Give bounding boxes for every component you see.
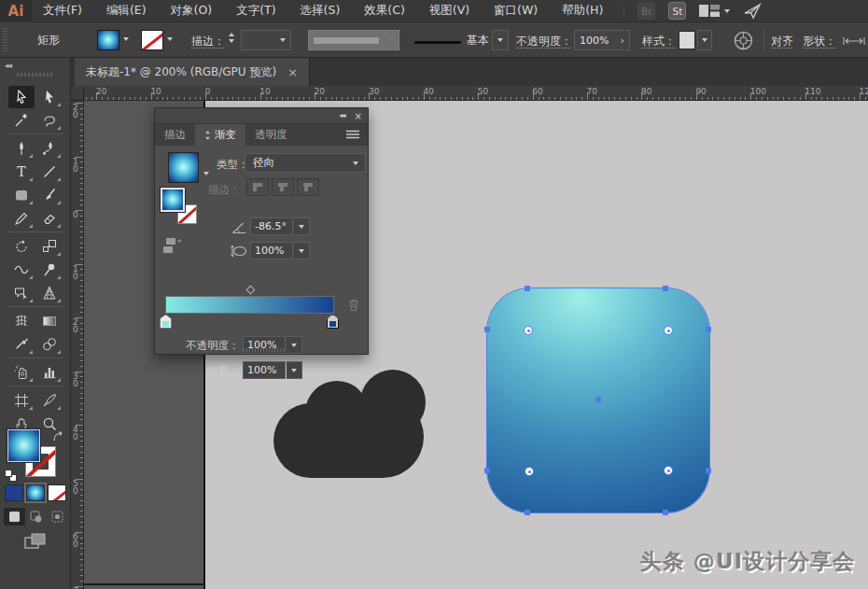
fill-color-swatch[interactable] bbox=[97, 30, 119, 50]
stroke-weight-stepper[interactable] bbox=[229, 33, 234, 43]
rectangle-tool[interactable] bbox=[8, 184, 35, 206]
symbol-sprayer-tool[interactable] bbox=[8, 361, 35, 384]
anchor-point[interactable] bbox=[484, 468, 490, 473]
rotate-tool[interactable] bbox=[8, 235, 35, 258]
scale-tool[interactable] bbox=[36, 235, 63, 258]
corner-radius-widget[interactable] bbox=[664, 326, 673, 335]
panel-titlebar[interactable]: ◂◂ × bbox=[155, 108, 368, 124]
stop-position-chevron[interactable] bbox=[287, 361, 302, 379]
width-tool[interactable] bbox=[8, 259, 35, 281]
bridge-badge[interactable]: Br bbox=[637, 2, 655, 20]
corner-radius-widget[interactable] bbox=[524, 326, 533, 335]
workspace-switcher[interactable] bbox=[699, 4, 730, 18]
share-icon[interactable] bbox=[743, 3, 762, 20]
paintbrush-tool[interactable] bbox=[36, 184, 63, 206]
anchor-point[interactable] bbox=[706, 468, 711, 473]
stock-badge[interactable]: St bbox=[668, 2, 686, 20]
stroke-color-swatch[interactable] bbox=[141, 30, 163, 50]
blend-tool[interactable] bbox=[36, 333, 63, 356]
cloud-shape[interactable] bbox=[266, 362, 434, 488]
ruler-corner[interactable] bbox=[71, 86, 84, 101]
line-segment-tool[interactable] bbox=[36, 161, 63, 183]
menu-item[interactable]: 编辑(E) bbox=[106, 3, 147, 19]
gradient-thumbnail[interactable] bbox=[168, 152, 199, 183]
toolbar-grip[interactable] bbox=[17, 73, 54, 77]
shape-builder-tool[interactable] bbox=[8, 282, 35, 304]
magic-wand-tool[interactable] bbox=[8, 109, 35, 132]
style-label[interactable]: 样式： bbox=[642, 34, 676, 49]
curvature-tool[interactable] bbox=[36, 137, 63, 160]
perspective-grid-tool[interactable] bbox=[36, 282, 63, 304]
style-select-button[interactable] bbox=[697, 30, 712, 50]
recolor-artwork-icon[interactable] bbox=[734, 31, 753, 50]
anchor-point[interactable] bbox=[525, 510, 530, 515]
menu-item[interactable]: 对象(O) bbox=[171, 3, 213, 19]
menu-item[interactable]: 视图(V) bbox=[429, 3, 469, 19]
corner-radius-widget[interactable] bbox=[664, 466, 673, 475]
menu-item[interactable]: 选择(S) bbox=[301, 3, 341, 19]
draw-normal-mode-button[interactable] bbox=[4, 508, 25, 526]
gradient-button[interactable] bbox=[26, 484, 45, 501]
collapse-panel-icon[interactable]: ◂◂ bbox=[340, 111, 345, 121]
slice-tool[interactable] bbox=[36, 389, 63, 412]
color-button[interactable] bbox=[5, 484, 23, 501]
gradient-angle-chevron[interactable] bbox=[294, 217, 310, 235]
puppet-warp-tool[interactable] bbox=[36, 259, 63, 281]
stroke-weight-field[interactable] bbox=[241, 30, 291, 50]
mesh-tool[interactable] bbox=[8, 310, 35, 332]
controlbar-grip[interactable] bbox=[3, 28, 7, 52]
fill-chevron-icon[interactable] bbox=[123, 37, 129, 41]
gradient-slider[interactable] bbox=[165, 296, 334, 314]
type-tool[interactable]: T bbox=[8, 161, 35, 183]
default-fill-stroke-icon[interactable] bbox=[5, 470, 17, 482]
stop-opacity-chevron[interactable] bbox=[287, 336, 302, 354]
stepper-down-icon[interactable] bbox=[229, 39, 234, 43]
eyedropper-tool[interactable] bbox=[8, 333, 35, 356]
lasso-tool[interactable] bbox=[36, 109, 63, 132]
tab-gradient[interactable]: 渐变 bbox=[195, 124, 245, 146]
stop-position-field[interactable]: 100% bbox=[243, 361, 286, 379]
draw-inside-mode-button[interactable] bbox=[47, 508, 68, 526]
draw-behind-mode-button[interactable] bbox=[25, 508, 47, 526]
direct-selection-tool[interactable] bbox=[36, 86, 63, 108]
style-swatch[interactable] bbox=[679, 31, 695, 49]
panel-menu-icon[interactable] bbox=[345, 129, 360, 140]
app-logo[interactable]: Ai bbox=[0, 0, 32, 22]
menu-item[interactable]: 效果(C) bbox=[364, 3, 404, 19]
anchor-point[interactable] bbox=[706, 327, 711, 332]
vertical-ruler[interactable]: 2 01 001 02 03 04 05 06 07 0 bbox=[71, 101, 84, 589]
menu-item[interactable]: 帮助(H) bbox=[562, 3, 603, 19]
pen-tool[interactable] bbox=[8, 137, 35, 160]
anchor-point[interactable] bbox=[484, 327, 490, 332]
anchor-point[interactable] bbox=[663, 510, 668, 515]
anchor-point[interactable] bbox=[663, 286, 668, 291]
tab-stroke[interactable]: 描边 bbox=[155, 124, 195, 146]
gradient-tool[interactable] bbox=[36, 310, 63, 332]
close-icon[interactable]: × bbox=[287, 65, 298, 79]
aspect-ratio-chevron[interactable] bbox=[294, 242, 310, 259]
menu-item[interactable]: 文字(T) bbox=[236, 3, 275, 19]
screen-mode-button[interactable] bbox=[24, 532, 47, 554]
collapse-panel-icon[interactable]: ◂◂ bbox=[5, 61, 11, 70]
panel-fill-swatch[interactable] bbox=[161, 188, 185, 212]
brush-name[interactable]: 基本 bbox=[467, 33, 489, 49]
fill-swatch[interactable] bbox=[7, 429, 40, 462]
menu-item[interactable]: 文件(F) bbox=[43, 3, 82, 19]
opacity-expand-icon[interactable]: › bbox=[621, 35, 624, 47]
shape-label[interactable]: 形状： bbox=[803, 34, 836, 49]
gradient-preset-chevron-icon[interactable] bbox=[203, 172, 209, 175]
shaper-tool[interactable] bbox=[8, 207, 35, 230]
gradient-midpoint-handle[interactable] bbox=[246, 286, 256, 295]
panel-resize-grip[interactable] bbox=[244, 348, 285, 352]
gradient-type-select[interactable]: 径向 bbox=[245, 153, 366, 173]
stroke-chevron-icon[interactable] bbox=[167, 37, 173, 41]
selection-tool[interactable] bbox=[8, 86, 35, 108]
horizontal-ruler[interactable]: 20100102030405060708090100110120 bbox=[84, 86, 868, 101]
opacity-label[interactable]: 不透明度： bbox=[516, 34, 572, 49]
eraser-tool[interactable] bbox=[36, 207, 63, 230]
menu-item[interactable]: 窗口(W) bbox=[494, 3, 538, 19]
aspect-ratio-field[interactable]: 100% bbox=[250, 242, 293, 259]
swap-fill-stroke-icon[interactable] bbox=[51, 430, 64, 442]
reverse-gradient-icon[interactable] bbox=[162, 237, 183, 254]
center-point[interactable] bbox=[595, 397, 601, 402]
